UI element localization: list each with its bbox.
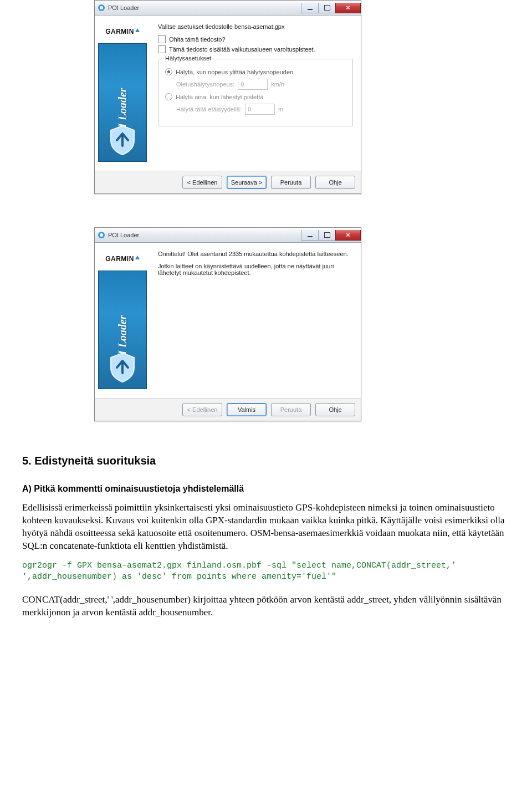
distance-unit: m <box>278 106 283 113</box>
subsection-heading: A) Pitkä kommentti ominaisuustietoja yhd… <box>22 484 510 494</box>
instruction-text: Valitse asetukset tiedostolle bensa-asem… <box>158 23 353 30</box>
distance-input-row: Hälytä tällä etäisyydellä: 0 m <box>176 104 346 115</box>
poi-loader-window-2: POI Loader × GARMIN POI Loader <box>94 227 361 421</box>
app-icon <box>97 3 106 12</box>
close-button[interactable]: × <box>335 230 361 241</box>
restart-note: Jotkin laitteet on käynnistettävä uudell… <box>158 263 353 276</box>
help-button[interactable]: Ohje <box>315 176 355 189</box>
maximize-button[interactable] <box>318 3 336 13</box>
code-block: ogr2ogr -f GPX bensa-asemat2.gpx finland… <box>22 560 510 583</box>
proximity-alert-radio[interactable]: Hälytä aina, kun lähestyt pistettä <box>165 93 346 100</box>
sidebar: GARMIN POI Loader <box>95 16 150 171</box>
congrats-text: Onnittelut! Olet asentanut 2335 mukautet… <box>158 251 353 257</box>
alert-settings-group: Hälytysasetukset Hälytä, kun nopeus ylit… <box>158 59 353 126</box>
radio-icon <box>165 68 172 75</box>
distance-input[interactable]: 0 <box>245 104 275 115</box>
poi-loader-window-1: POI Loader × GARMIN POI Loader <box>94 0 361 194</box>
app-icon <box>97 231 106 239</box>
paragraph-1: Edellisissä erimerkeissä poimittiin yksi… <box>22 502 510 553</box>
garmin-logo: GARMIN <box>98 251 147 267</box>
speed-unit: km/h <box>271 81 284 88</box>
paragraph-2: CONCAT(addr_street,' ',addr_housenumber)… <box>22 594 510 619</box>
skip-file-checkbox[interactable]: Ohita tämä tiedosto? <box>158 35 353 43</box>
minimize-button[interactable] <box>301 230 319 241</box>
next-button[interactable]: Seuraava > <box>227 176 267 189</box>
proximity-checkbox[interactable]: Tämä tiedosto sisältää vaikutusalueen va… <box>158 45 353 53</box>
dialog-content: Valitse asetukset tiedostolle bensa-asem… <box>150 16 361 171</box>
titlebar[interactable]: POI Loader × <box>95 1 361 16</box>
help-button[interactable]: Ohje <box>315 403 355 416</box>
minimize-button[interactable] <box>301 3 319 13</box>
garmin-logo: GARMIN <box>98 23 147 40</box>
shield-icon <box>108 351 137 383</box>
radio-icon <box>165 93 172 100</box>
window-title: POI Loader <box>108 232 301 238</box>
checkbox-icon <box>158 35 166 43</box>
back-button[interactable]: < Edellinen <box>182 403 222 416</box>
back-button[interactable]: < Edellinen <box>182 176 222 189</box>
shield-icon <box>108 124 137 156</box>
speed-alert-radio[interactable]: Hälytä, kun nopeus ylittää hälytysnopeud… <box>165 68 346 75</box>
section-heading: 5. Edistyneitä suorituksia <box>22 455 510 467</box>
poi-loader-graphic: POI Loader <box>98 271 147 389</box>
dialog-content: Onnittelut! Olet asentanut 2335 mukautet… <box>150 243 361 398</box>
svg-point-3 <box>100 233 103 237</box>
checkbox-icon <box>158 45 166 53</box>
speed-input-row: Oletushälytysnopeus: 0 km/h <box>176 79 346 90</box>
speed-input[interactable]: 0 <box>238 79 268 90</box>
window-title: POI Loader <box>108 4 301 11</box>
speed-label: Oletushälytysnopeus: <box>176 81 234 88</box>
poi-loader-graphic: POI Loader <box>98 43 147 162</box>
svg-point-1 <box>100 6 103 9</box>
finish-button[interactable]: Valmis <box>227 403 267 416</box>
close-button[interactable]: × <box>335 3 361 13</box>
sidebar: GARMIN POI Loader <box>95 243 150 398</box>
cancel-button[interactable]: Peruuta <box>271 403 311 416</box>
button-bar: < Edellinen Seuraava > Peruuta Ohje <box>95 171 361 193</box>
maximize-button[interactable] <box>318 230 336 241</box>
distance-label: Hälytä tällä etäisyydellä: <box>176 106 242 113</box>
cancel-button[interactable]: Peruuta <box>271 176 311 189</box>
group-legend: Hälytysasetukset <box>163 55 213 62</box>
titlebar[interactable]: POI Loader × <box>95 228 361 243</box>
button-bar: < Edellinen Valmis Peruuta Ohje <box>95 398 361 421</box>
